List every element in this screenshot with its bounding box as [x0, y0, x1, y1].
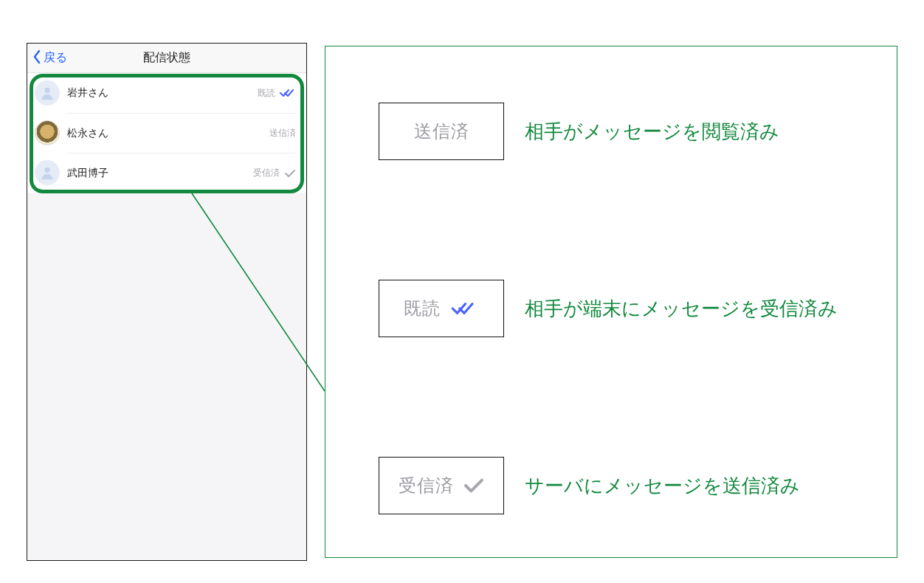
contact-name: 松永さん	[67, 127, 108, 140]
list-item[interactable]: 武田博子 受信済	[27, 153, 306, 193]
double-check-icon	[449, 300, 479, 317]
person-icon	[39, 165, 55, 181]
phone-mock: 戻る 配信状態 岩井さん 既読	[27, 43, 307, 561]
legend-panel: 送信済 相手がメッセージを閲覧済み 既読 相手が端末にメッセージを受信済み 受信…	[325, 46, 897, 558]
person-icon	[39, 85, 55, 101]
status-label: 既読	[258, 87, 275, 100]
legend-badge: 受信済	[379, 457, 504, 514]
avatar	[35, 160, 60, 185]
legend-badge-text: 受信済	[399, 474, 454, 497]
status-badge: 受信済	[253, 167, 296, 179]
status-badge: 送信済	[269, 127, 296, 139]
legend-badge-text: 送信済	[414, 120, 469, 143]
status-label: 送信済	[269, 127, 296, 139]
legend-description: 相手が端末にメッセージを受信済み	[525, 294, 838, 323]
single-check-icon	[463, 477, 485, 494]
nav-bar: 戻る 配信状態	[27, 44, 306, 73]
legend-badge: 送信済	[379, 103, 504, 160]
back-button[interactable]: 戻る	[32, 49, 67, 67]
list-item[interactable]: 松永さん 送信済	[27, 113, 306, 153]
contact-name: 武田博子	[67, 167, 108, 180]
avatar	[35, 80, 60, 106]
legend-badge-text: 既読	[404, 297, 441, 320]
double-check-icon	[280, 88, 296, 98]
list-item[interactable]: 岩井さん 既読	[27, 73, 306, 113]
delivery-status-list: 岩井さん 既読 松永さん	[27, 73, 306, 193]
legend-badge: 既読	[379, 280, 504, 337]
legend-description: 相手がメッセージを閲覧済み	[525, 117, 779, 146]
page-title: 配信状態	[143, 50, 190, 66]
avatar	[35, 120, 60, 145]
status-label: 受信済	[253, 167, 280, 179]
legend-item-sent: 送信済 相手がメッセージを閲覧済み	[379, 103, 779, 160]
back-label: 戻る	[44, 50, 67, 66]
single-check-icon	[284, 169, 296, 178]
legend-item-received: 受信済 サーバにメッセージを送信済み	[379, 457, 800, 514]
svg-point-0	[44, 88, 49, 93]
contact-name: 岩井さん	[67, 86, 108, 100]
legend-description: サーバにメッセージを送信済み	[525, 472, 800, 500]
chevron-left-icon	[32, 49, 42, 67]
status-badge: 既読	[258, 87, 296, 100]
legend-item-read: 既読 相手が端末にメッセージを受信済み	[379, 280, 838, 337]
svg-point-1	[44, 168, 49, 173]
